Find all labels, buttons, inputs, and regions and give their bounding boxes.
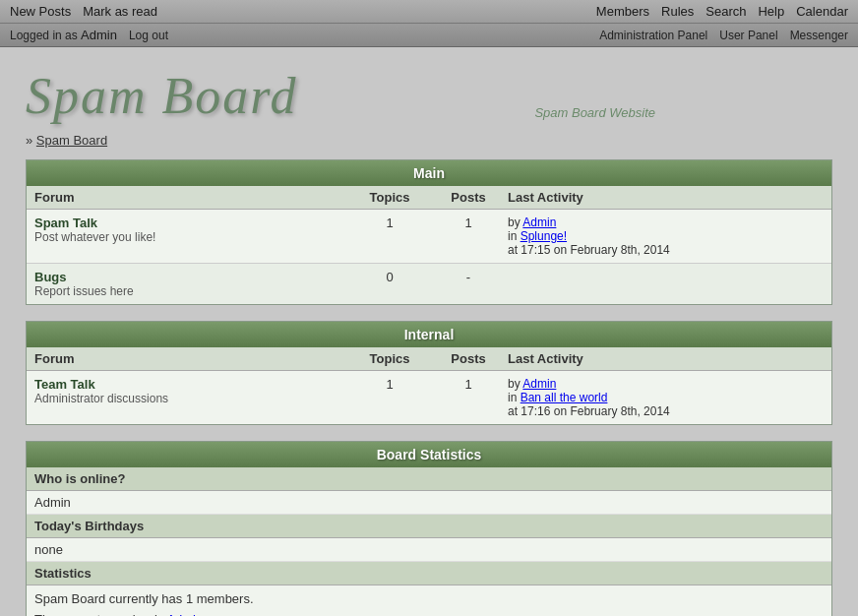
nav-right-top: Members Rules Search Help Calendar — [596, 4, 848, 19]
last-by-link[interactable]: Admin — [522, 377, 556, 391]
forum-topics: 1 — [350, 377, 429, 392]
forum-topics: 0 — [350, 270, 429, 284]
newest-member-link[interactable]: Admin — [166, 612, 203, 616]
forum-name[interactable]: Spam Talk — [34, 216, 350, 230]
statistics-value: Spam Board currently has 1 members. The … — [27, 585, 831, 616]
admin-panel-link[interactable]: Administration Panel — [599, 29, 707, 42]
new-posts-link[interactable]: New Posts — [10, 4, 71, 19]
main-col-headers: Forum Topics Posts Last Activity — [27, 186, 831, 210]
help-link[interactable]: Help — [758, 4, 784, 19]
forum-last-activity: by Admin in Ban all the world at 17:16 o… — [508, 377, 824, 418]
logout-link[interactable]: Log out — [129, 29, 168, 42]
birthdays-value: none — [27, 538, 831, 562]
table-row: Bugs Report issues here 0 - — [27, 264, 831, 304]
members-link[interactable]: Members — [596, 4, 649, 19]
col-posts: Posts — [429, 351, 508, 366]
top-nav: New Posts Mark as read Members Rules Sea… — [0, 0, 858, 47]
main-section-header: Main — [27, 160, 831, 186]
search-link[interactable]: Search — [705, 4, 746, 19]
internal-col-headers: Forum Topics Posts Last Activity — [27, 347, 831, 371]
calendar-link[interactable]: Calendar — [796, 4, 848, 19]
table-row: Spam Talk Post whatever you like! 1 1 by… — [27, 210, 831, 264]
forum-posts: 1 — [429, 216, 508, 230]
last-by-link[interactable]: Admin — [522, 216, 556, 229]
internal-section: Internal Forum Topics Posts Last Activit… — [26, 321, 832, 425]
forum-info: Team Talk Administrator discussions — [34, 377, 350, 405]
user-panel-link[interactable]: User Panel — [719, 29, 777, 42]
board-stats-header: Board Statistics — [27, 442, 831, 467]
last-in-link[interactable]: Splunge! — [521, 229, 567, 243]
nav-left-bottom: Logged in as Admin Log out — [10, 28, 168, 42]
main-section: Main Forum Topics Posts Last Activity Sp… — [26, 159, 832, 305]
col-posts: Posts — [429, 190, 508, 205]
who-online-value: Admin — [27, 491, 831, 515]
forum-last-activity: by Admin in Splunge! at 17:15 on Februar… — [508, 216, 824, 257]
forum-desc: Report issues here — [34, 284, 350, 298]
content-wrap: Spam Board Spam Board Website » Spam Boa… — [16, 47, 842, 616]
forum-posts: - — [429, 270, 508, 284]
breadcrumb-link[interactable]: Spam Board — [36, 133, 107, 148]
logged-in-label: Logged in as Admin — [10, 28, 117, 42]
table-row: Team Talk Administrator discussions 1 1 … — [27, 371, 831, 424]
top-nav-row2: Logged in as Admin Log out Administratio… — [0, 24, 858, 46]
birthdays-header: Today's Birthdays — [27, 515, 831, 538]
admin-username-link[interactable]: Admin — [81, 28, 117, 42]
forum-posts: 1 — [429, 377, 508, 392]
col-forum: Forum — [34, 351, 350, 366]
nav-right-bottom: Administration Panel User Panel Messenge… — [599, 29, 848, 42]
forum-desc: Post whatever you like! — [34, 230, 350, 244]
breadcrumb: » Spam Board — [26, 133, 832, 148]
messenger-link[interactable]: Messenger — [790, 29, 848, 42]
mark-as-read-link[interactable]: Mark as read — [83, 4, 157, 19]
board-statistics: Board Statistics Who is online? Admin To… — [26, 441, 832, 616]
logo-area: Spam Board Spam Board Website — [26, 67, 832, 125]
logo-title: Spam Board — [26, 67, 298, 125]
col-topics: Topics — [350, 351, 429, 366]
forum-desc: Administrator discussions — [34, 392, 350, 405]
top-nav-row1: New Posts Mark as read Members Rules Sea… — [0, 0, 858, 24]
forum-topics: 1 — [350, 216, 429, 230]
col-topics: Topics — [350, 190, 429, 205]
forum-name[interactable]: Bugs — [34, 270, 350, 284]
col-last-activity: Last Activity — [508, 190, 824, 205]
internal-section-header: Internal — [27, 322, 831, 347]
col-last-activity: Last Activity — [508, 351, 824, 366]
last-in-link[interactable]: Ban all the world — [521, 391, 608, 404]
nav-left-top: New Posts Mark as read — [10, 4, 157, 19]
rules-link[interactable]: Rules — [661, 4, 694, 19]
forum-info: Spam Talk Post whatever you like! — [34, 216, 350, 244]
statistics-header: Statistics — [27, 562, 831, 585]
forum-info: Bugs Report issues here — [34, 270, 350, 298]
col-forum: Forum — [34, 190, 350, 205]
forum-name[interactable]: Team Talk — [34, 377, 350, 392]
logo-subtitle: Spam Board Website — [534, 105, 655, 120]
who-online-header: Who is online? — [27, 467, 831, 491]
